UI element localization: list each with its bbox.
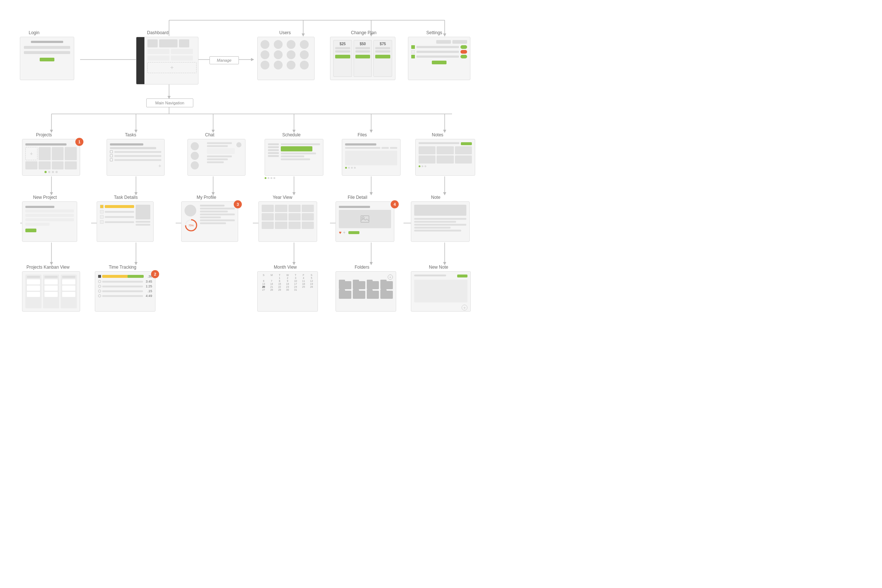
kanban-label: Projects Kanban View [27,265,69,270]
chat-label: Chat [205,132,214,138]
svg-rect-37 [361,216,369,222]
schedule-wireframe [265,139,323,176]
note-label: Note [431,195,440,200]
tasks-wireframe: + [106,139,165,176]
folders-label: Folders [355,265,369,270]
dashboard-wireframe: + [136,37,198,84]
settings-wireframe [408,37,470,80]
projects-badge: 1 [75,138,83,146]
settings-label: Settings [426,30,442,35]
year-view-wireframe [258,201,317,242]
users-wireframe [257,37,315,80]
diagram-container: Login Dashboard + [0,0,882,588]
files-label: Files [358,132,367,138]
note-wireframe [411,201,470,242]
tasks-label: Tasks [125,132,136,138]
new-note-wireframe: + [411,271,471,312]
task-details-label: Task Details [114,195,138,200]
file-detail-badge: 4 [391,200,399,208]
dashboard-label: Dashboard [147,30,169,35]
my-profile-wireframe: 75% [181,201,238,242]
folders-wireframe: + [336,271,396,312]
manage-button[interactable]: Manage [210,56,239,64]
kanban-wireframe [22,271,80,312]
change-plan-wireframe: $25 $50 $75 [330,37,395,80]
month-view-label: Month View [274,265,297,270]
time-tracking-wireframe: .38 3:45 1:25 .15 4:49 [95,271,156,312]
notes-wireframe [415,139,475,176]
schedule-label: Schedule [282,132,301,138]
file-detail-wireframe: ♥ + [336,201,394,242]
time-tracking-badge: 2 [151,270,159,278]
month-view-wireframe: SMTWTFS 12345 6789101112 13141516171819 … [257,271,318,312]
year-view-label: Year View [273,195,292,200]
users-label: Users [279,30,291,35]
task-details-wireframe [97,201,154,242]
main-nav-box: Main Navigation [146,99,193,107]
login-wireframe [20,37,74,80]
new-project-wireframe [22,201,77,242]
login-label: Login [28,30,39,35]
projects-wireframe: + [22,139,80,176]
file-detail-label: File Detail [348,195,367,200]
time-tracking-label: Time Tracking [109,265,136,270]
chat-wireframe [188,139,246,176]
my-profile-label: My Profile [196,195,216,200]
new-note-label: New Note [429,265,448,270]
files-wireframe [342,139,400,176]
my-profile-badge: 3 [234,200,242,208]
projects-label: Projects [36,132,52,138]
change-plan-label: Change Plan [351,30,376,35]
notes-label: Notes [432,132,443,138]
new-project-label: New Project [33,195,57,200]
